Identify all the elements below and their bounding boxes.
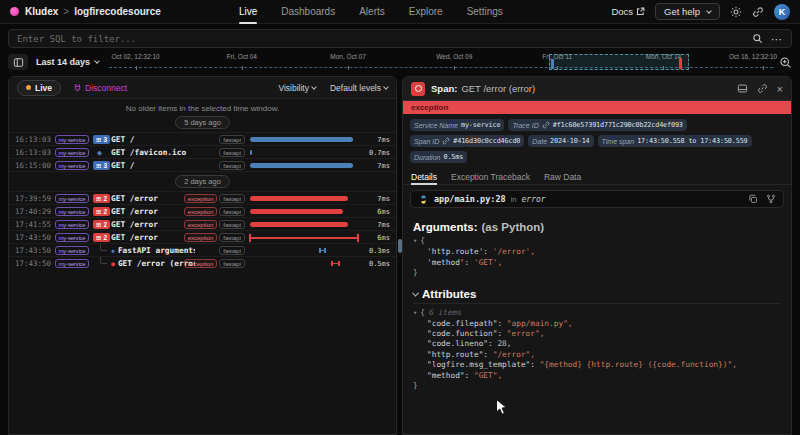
fastapi-tag[interactable]: fastapi (219, 233, 245, 242)
tab-live[interactable]: Live (239, 0, 257, 24)
service-tag[interactable]: my-service (55, 161, 89, 170)
panel-divider[interactable] (397, 76, 402, 435)
code-location-bar[interactable]: app/main.py:28 in error (410, 190, 784, 208)
fastapi-tag[interactable]: fastapi (219, 148, 245, 157)
fastapi-tag[interactable]: fastapi (219, 246, 245, 255)
tab-dashboards[interactable]: Dashboards (281, 0, 335, 24)
trace-row[interactable]: 17:39:59 my-service ⊞2 GET /error except… (9, 191, 396, 204)
breadcrumb-project[interactable]: logfirecodesource (74, 6, 161, 17)
expand-count-badge[interactable]: ⊞3 (93, 161, 110, 170)
tab-settings[interactable]: Settings (467, 0, 503, 24)
expand-count-badge[interactable]: ⊞2 (93, 194, 110, 203)
duration-bar[interactable] (250, 163, 353, 168)
tab-explore[interactable]: Explore (409, 0, 443, 24)
tab-raw-data[interactable]: Raw Data (544, 168, 581, 185)
share-link-button[interactable] (752, 6, 764, 18)
service-tag[interactable]: my-service (55, 220, 89, 229)
trace-child-row-selected[interactable]: 17:43:50 my-service ●GET /error (error) … (9, 256, 396, 269)
span-name[interactable]: GET /error (111, 207, 158, 216)
tab-exception-traceback[interactable]: Exception Traceback (451, 168, 530, 185)
visibility-dropdown[interactable]: Visibility (278, 83, 316, 93)
child-count: 2 (103, 207, 107, 216)
timeline-selection[interactable] (549, 54, 688, 70)
time-range-dropdown[interactable]: Last 14 days (36, 57, 99, 67)
service-tag[interactable]: my-service (55, 194, 89, 203)
live-toggle-button[interactable]: Live (17, 80, 61, 96)
span-range-line[interactable] (249, 237, 359, 239)
disconnect-button[interactable]: Disconnect (73, 83, 127, 93)
get-help-button[interactable]: Get help (655, 3, 720, 20)
trace-row[interactable]: 16:13:03 my-service ◆ GET /favicon.ico f… (9, 145, 396, 158)
fastapi-tag[interactable]: fastapi (219, 259, 245, 268)
default-levels-dropdown[interactable]: Default levels (330, 83, 388, 93)
timeline-red-spike (679, 58, 682, 69)
exception-tag[interactable]: exception (184, 207, 218, 216)
close-icon[interactable]: × (777, 84, 783, 94)
service-tag[interactable]: my-service (55, 148, 89, 157)
trace-row[interactable]: 17:40:29 my-service ⊞2 GET /error except… (9, 204, 396, 217)
span-name[interactable]: GET /error (111, 220, 158, 229)
duration-bar[interactable] (250, 150, 252, 155)
expand-count-badge[interactable]: ⊞3 (93, 135, 110, 144)
span-name[interactable]: FastAPI arguments (118, 246, 195, 255)
expand-count-badge[interactable]: ⊞2 (93, 207, 110, 216)
fastapi-tag[interactable]: fastapi (219, 135, 245, 144)
span-name[interactable]: GET /favicon.ico (111, 148, 186, 157)
exception-tag[interactable]: exception (184, 259, 218, 268)
live-status-dot (26, 85, 31, 90)
docs-link[interactable]: Docs (611, 6, 645, 17)
breadcrumb-org[interactable]: Kludex (25, 6, 58, 17)
dock-panel-icon[interactable] (737, 83, 748, 94)
attributes-heading[interactable]: Attributes (413, 288, 781, 300)
more-options-icon[interactable]: ⋯ (771, 36, 783, 42)
code-file-path[interactable]: app/main.py:28 (434, 194, 506, 204)
trace-row[interactable]: 17:41:55 my-service ⊞2 GET /error except… (9, 217, 396, 230)
meta-span-id[interactable]: Span ID #416d30c0ccd46cd0 (410, 135, 524, 147)
theme-toggle-button[interactable] (730, 6, 742, 18)
exception-tag[interactable]: exception (184, 194, 218, 203)
zoom-in-button[interactable] (779, 56, 792, 69)
fastapi-tag[interactable]: fastapi (219, 161, 245, 170)
copy-icon[interactable] (748, 194, 758, 204)
duration-bar[interactable] (250, 222, 348, 227)
trace-child-row[interactable]: 17:43:50 my-service ◆FastAPI arguments f… (9, 243, 396, 256)
meta-trace-id[interactable]: Trace ID #f1c60e57391d771c290c0b22cd4ef0… (508, 119, 686, 131)
service-tag[interactable]: my-service (55, 246, 89, 255)
code-function-name: error (522, 195, 546, 204)
service-tag[interactable]: my-service (55, 207, 89, 216)
service-tag[interactable]: my-service (55, 259, 89, 268)
tab-alerts[interactable]: Alerts (359, 0, 385, 24)
collapse-count-badge[interactable]: ⊞2 (93, 233, 110, 242)
section-divider (413, 303, 781, 304)
tab-details[interactable]: Details (411, 168, 437, 185)
span-name[interactable]: GET /error (111, 233, 158, 242)
trace-row[interactable]: 16:15:00 my-service ⊞3 GET / fastapi 7ms (9, 158, 396, 171)
exception-tag[interactable]: exception (184, 233, 218, 242)
span-marker[interactable] (331, 261, 340, 266)
fastapi-tag[interactable]: fastapi (219, 207, 245, 216)
span-name[interactable]: GET / (111, 161, 134, 170)
duration-bar[interactable] (250, 137, 353, 142)
user-avatar[interactable]: K (774, 4, 790, 20)
exception-tag[interactable]: exception (184, 220, 218, 229)
duration-bar[interactable] (250, 209, 343, 214)
span-name[interactable]: GET /error (111, 194, 158, 203)
service-tag[interactable]: my-service (55, 233, 89, 242)
search-icon[interactable] (752, 33, 763, 44)
expand-count-badge[interactable]: ⊞2 (93, 220, 110, 229)
panel-resize-handle[interactable] (398, 239, 402, 253)
sql-filter-input[interactable]: Enter SQL to filter... ⋯ (8, 29, 792, 48)
service-tag[interactable]: my-service (55, 135, 89, 144)
timeline[interactable]: Oct 02, 12:32:10 Fri, Oct 04 Mon, Oct 07… (109, 52, 773, 72)
fastapi-tag[interactable]: fastapi (219, 194, 245, 203)
duration-bar[interactable] (250, 196, 348, 201)
get-help-label: Get help (664, 6, 700, 17)
source-branch-icon[interactable] (766, 194, 776, 204)
span-name[interactable]: GET / (111, 135, 134, 144)
trace-row[interactable]: 16:13:03 my-service ⊞3 GET / fastapi 7ms (9, 132, 396, 145)
link-icon[interactable] (757, 83, 768, 94)
fastapi-tag[interactable]: fastapi (219, 220, 245, 229)
span-marker[interactable] (319, 248, 326, 253)
sidebar-toggle-button[interactable] (8, 54, 28, 70)
trace-row-expanded[interactable]: 17:43:50 my-service ⊞2 GET /error except… (9, 230, 396, 243)
